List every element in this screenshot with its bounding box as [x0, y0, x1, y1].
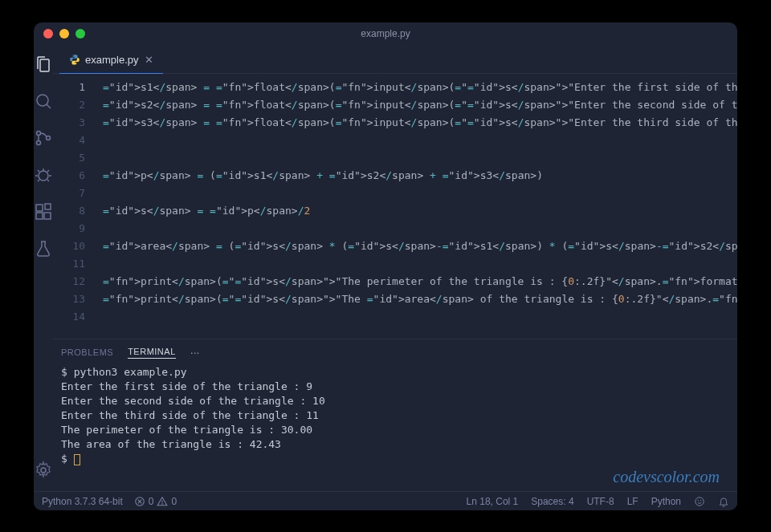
editor-content: example.py ✕ ··· 1234567891011121314 ="i…: [53, 45, 737, 491]
svg-point-2: [37, 132, 41, 136]
status-feedback-icon[interactable]: [694, 496, 705, 507]
maximize-window-button[interactable]: [75, 29, 85, 39]
svg-point-3: [37, 141, 41, 145]
traffic-lights: [43, 29, 85, 39]
status-cursor[interactable]: Ln 18, Col 1: [467, 496, 519, 507]
panel-tabs: PROBLEMS TERMINAL ··· 1: bash: [53, 339, 737, 365]
svg-rect-9: [45, 204, 51, 209]
svg-point-27: [700, 500, 701, 501]
close-tab-icon[interactable]: ✕: [145, 54, 153, 66]
explorer-icon[interactable]: [34, 55, 53, 74]
code-area[interactable]: ="id">s1</span> = ="fn">float</span>(="f…: [96, 74, 737, 339]
status-python-version[interactable]: Python 3.7.3 64-bit: [42, 496, 123, 507]
svg-point-25: [696, 497, 704, 506]
status-eol[interactable]: LF: [627, 496, 638, 507]
panel-tab-terminal[interactable]: TERMINAL: [128, 347, 176, 359]
svg-point-26: [698, 500, 699, 501]
activity-bar: [34, 45, 53, 491]
main-area: example.py ✕ ··· 1234567891011121314 ="i…: [34, 45, 737, 491]
svg-line-1: [47, 104, 51, 108]
window-title: example.py: [361, 28, 410, 39]
svg-point-0: [37, 95, 48, 106]
svg-rect-6: [36, 205, 43, 211]
minimize-window-button[interactable]: [59, 29, 69, 39]
panel-tab-problems[interactable]: PROBLEMS: [61, 347, 113, 357]
status-encoding[interactable]: UTF-8: [587, 496, 614, 507]
watermark: codevscolor.com: [613, 468, 720, 486]
svg-point-10: [41, 468, 46, 473]
tabs-row: example.py ✕ ···: [53, 45, 737, 74]
status-bar: Python 3.7.3 64-bit 0 0 Ln 18, Col 1 Spa…: [34, 491, 737, 510]
line-numbers: 1234567891011121314: [53, 74, 96, 339]
titlebar: example.py: [34, 22, 737, 45]
tab-example-py[interactable]: example.py ✕: [59, 46, 163, 74]
svg-rect-7: [36, 213, 43, 219]
vscode-window: example.py: [34, 22, 737, 510]
extensions-icon[interactable]: [34, 202, 53, 221]
status-bell-icon[interactable]: [718, 496, 729, 507]
settings-gear-icon[interactable]: [34, 461, 53, 480]
status-spaces[interactable]: Spaces: 4: [531, 496, 573, 507]
status-problems[interactable]: 0 0: [134, 496, 177, 507]
svg-point-24: [162, 503, 163, 504]
python-file-icon: [69, 54, 80, 65]
svg-rect-8: [44, 213, 51, 219]
tab-filename: example.py: [85, 54, 138, 66]
svg-point-4: [47, 136, 51, 140]
search-icon[interactable]: [34, 91, 53, 111]
debug-icon[interactable]: [34, 165, 53, 185]
panel-more-icon[interactable]: ···: [190, 346, 200, 359]
status-language[interactable]: Python: [651, 496, 681, 507]
source-control-icon[interactable]: [34, 128, 53, 148]
editor[interactable]: 1234567891011121314 ="id">s1</span> = ="…: [53, 74, 737, 339]
svg-point-5: [39, 171, 48, 181]
close-window-button[interactable]: [43, 29, 53, 39]
beaker-icon[interactable]: [34, 239, 53, 258]
